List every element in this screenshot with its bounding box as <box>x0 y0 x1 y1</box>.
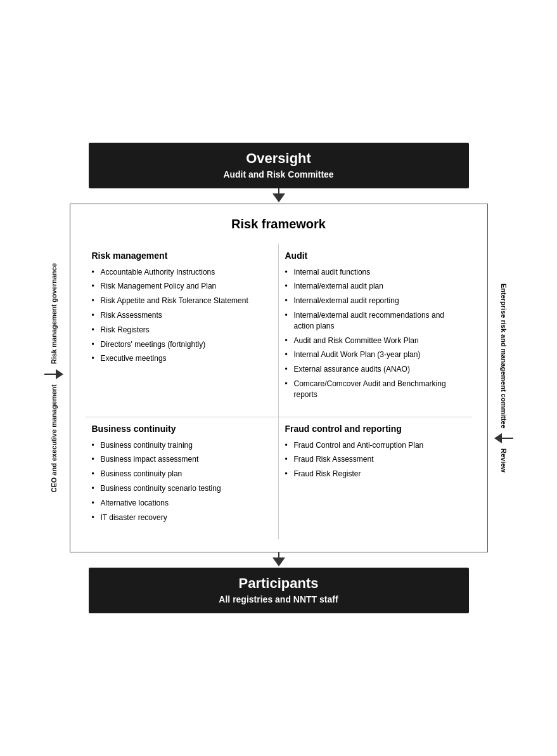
list-item: Directors' meetings (fortnightly) <box>92 339 268 350</box>
list-item: Internal audit functions <box>285 267 462 278</box>
left-arrow <box>44 369 63 379</box>
diagram-container: Oversight Audit and Risk Committee Risk … <box>38 130 520 627</box>
list-item: IT disaster recovery <box>92 512 268 523</box>
risk-management-heading: Risk management <box>92 251 268 261</box>
list-item: Risk Registers <box>92 325 268 336</box>
left-label-bottom: CEO and executive management <box>50 384 58 493</box>
arrow-line-right <box>502 438 513 439</box>
list-item: Comcare/Comcover Audit and Benchmarking … <box>285 379 462 400</box>
list-item: Fraud Control and Anti-corruption Plan <box>285 440 462 451</box>
list-item: Internal/external audit reporting <box>285 296 462 306</box>
arrow-head-left <box>494 433 502 443</box>
audit-section: Audit Internal audit functionsInternal/e… <box>279 244 472 417</box>
list-item: Risk Management Policy and Plan <box>92 281 268 292</box>
participants-subtitle: All registries and NNTT staff <box>101 594 456 604</box>
list-item: Risk Appetite and Risk Tolerance Stateme… <box>92 296 268 306</box>
list-item: Risk Assessments <box>92 310 268 321</box>
list-item: Business impact assessment <box>92 454 268 465</box>
left-label-group: Risk management governance CEO and execu… <box>44 263 63 493</box>
right-label-group: Enterprise risk and management committee… <box>494 284 513 473</box>
left-label-top: Risk management governance <box>50 263 58 364</box>
oversight-box: Oversight Audit and Risk Committee <box>89 143 469 188</box>
arrow-head <box>272 193 285 202</box>
arrow-line-bottom <box>278 552 279 557</box>
risk-management-list: Accountable Authority InstructionsRisk M… <box>92 267 268 365</box>
framework-title: Risk framework <box>86 217 472 231</box>
arrow-line <box>278 188 279 193</box>
participants-box: Participants All registries and NNTT sta… <box>89 568 469 613</box>
framework-box: Risk framework Risk management Accountab… <box>70 204 488 553</box>
fraud-control-list: Fraud Control and Anti-corruption PlanFr… <box>285 440 462 479</box>
side-label-right: Enterprise risk and management committee… <box>488 204 520 553</box>
list-item: Accountable Authority Instructions <box>92 267 268 278</box>
framework-grid: Risk management Accountable Authority In… <box>86 244 472 540</box>
arrow-framework-to-participants <box>272 552 285 568</box>
business-continuity-list: Business continuity trainingBusiness imp… <box>92 440 268 523</box>
arrow-line-left <box>44 374 56 375</box>
audit-list: Internal audit functionsInternal/externa… <box>285 267 462 400</box>
arrow-oversight-to-framework <box>272 188 285 204</box>
arrow-head-bottom <box>272 557 285 566</box>
list-item: Business continuity plan <box>92 469 268 479</box>
middle-section: Risk management governance CEO and execu… <box>38 204 520 553</box>
list-item: Fraud Risk Register <box>285 469 462 479</box>
business-continuity-heading: Business continuity <box>92 424 268 434</box>
fraud-control-section: Fraud control and reporting Fraud Contro… <box>279 417 472 540</box>
right-label-bottom: Review <box>500 448 508 472</box>
list-item: External assurance audits (ANAO) <box>285 364 462 375</box>
right-arrow <box>494 433 513 443</box>
list-item: Audit and Risk Committee Work Plan <box>285 336 462 346</box>
list-item: Internal/external audit plan <box>285 281 462 292</box>
list-item: Internal/external audit recommendations … <box>285 310 462 332</box>
list-item: Executive meetings <box>92 353 268 364</box>
oversight-subtitle: Audit and Risk Committee <box>101 169 456 179</box>
list-item: Fraud Risk Assessment <box>285 454 462 465</box>
audit-heading: Audit <box>285 251 462 261</box>
list-item: Internal Audit Work Plan (3-year plan) <box>285 349 462 360</box>
list-item: Business continuity scenario testing <box>92 483 268 494</box>
list-item: Alternative locations <box>92 498 268 509</box>
side-label-left: Risk management governance CEO and execu… <box>38 204 70 553</box>
list-item: Business continuity training <box>92 440 268 451</box>
business-continuity-section: Business continuity Business continuity … <box>86 417 279 540</box>
arrow-head-right <box>56 369 63 379</box>
right-label-top: Enterprise risk and management committee <box>500 284 508 429</box>
participants-title: Participants <box>101 575 456 592</box>
risk-management-section: Risk management Accountable Authority In… <box>86 244 279 417</box>
fraud-control-heading: Fraud control and reporting <box>285 424 462 434</box>
oversight-title: Oversight <box>101 150 456 167</box>
